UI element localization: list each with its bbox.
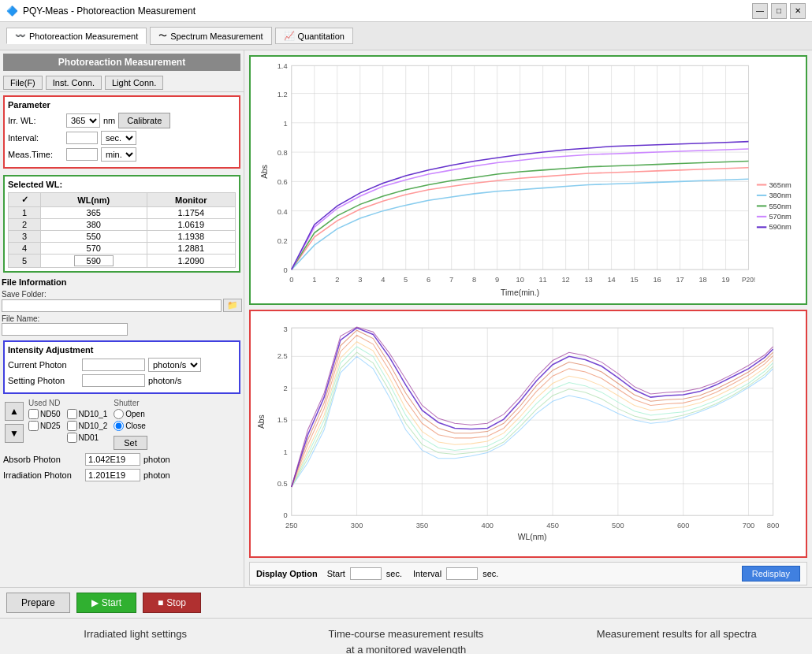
- wl-row-num: 4: [9, 243, 41, 255]
- svg-text:2: 2: [335, 276, 339, 284]
- svg-text:18: 18: [698, 276, 706, 284]
- app-icon: 🔷: [6, 6, 18, 17]
- svg-text:13: 13: [584, 276, 592, 284]
- wl-row-monitor: 1.1754: [147, 207, 235, 219]
- wl-row-monitor: 1.0619: [147, 219, 235, 231]
- svg-text:4: 4: [381, 276, 385, 284]
- redisplay-button[interactable]: Redisplay: [742, 566, 800, 582]
- folder-browse-button[interactable]: 📁: [223, 299, 242, 312]
- irr-wl-select[interactable]: 365 380: [66, 113, 100, 128]
- down-arrow-button[interactable]: ▼: [5, 424, 24, 443]
- wl-editable-input[interactable]: [74, 255, 114, 266]
- svg-text:1: 1: [283, 120, 287, 128]
- spectra-svg: 0 0.5 1 1.5 2 2.5 3 250 300 350 400 450 …: [251, 311, 806, 556]
- nd-col2: ND10_1 ND10_2 ND01: [67, 399, 108, 450]
- title-bar-left: 🔷 PQY-Meas - Photoreaction Measurement: [6, 6, 196, 17]
- bottom-label-2-text: Measurement results for all spectra: [597, 628, 757, 640]
- tab-bar: 〰️ Photoreaction Measurement 〜 Spectrum …: [0, 22, 812, 50]
- interval-unit-select[interactable]: sec. min.: [101, 131, 136, 145]
- photon-label: Irradiation Photon: [3, 470, 82, 480]
- meas-time-unit-select[interactable]: min. sec.: [101, 147, 136, 162]
- meas-time-input[interactable]: 20: [66, 148, 98, 161]
- close-label: Close: [125, 422, 146, 430]
- wl-table-row: 23801.0619: [9, 219, 236, 231]
- selected-wl-section: Selected WL: ✓ WL(nm) Monitor 13651.1754…: [3, 175, 240, 273]
- nd10-1-checkbox[interactable]: [67, 409, 77, 419]
- wl-row-monitor: 1.2881: [147, 243, 235, 255]
- svg-text:Time(min.): Time(min.): [501, 288, 539, 297]
- file-name-input[interactable]: photoreaction_catalog: [2, 323, 128, 336]
- panel-header: Photoreaction Measurement: [3, 54, 240, 71]
- svg-text:2.5: 2.5: [277, 352, 288, 360]
- svg-text:300: 300: [351, 521, 363, 529]
- selected-wl-title: Selected WL:: [8, 180, 236, 189]
- irr-wl-unit: nm: [103, 116, 115, 125]
- shutter-label: Shutter: [114, 399, 147, 407]
- calibrate-button[interactable]: Calibrate: [118, 113, 170, 128]
- tab-spectrum[interactable]: 〜 Spectrum Measurement: [150, 27, 271, 45]
- wl-col-wl: WL(nm): [41, 193, 147, 207]
- inst-conn-button[interactable]: Inst. Conn.: [46, 76, 102, 90]
- current-photon-unit[interactable]: photon/s: [148, 358, 201, 372]
- current-photon-input[interactable]: 1.002E16: [82, 359, 145, 371]
- svg-text:3: 3: [283, 325, 287, 333]
- svg-text:590nm: 590nm: [769, 223, 792, 231]
- close-button[interactable]: ✕: [790, 3, 806, 19]
- set-button[interactable]: Set: [114, 436, 147, 450]
- light-conn-button[interactable]: Light Conn.: [105, 76, 163, 90]
- svg-text:1.2: 1.2: [277, 91, 288, 98]
- parameter-section: Parameter Irr. WL: 365 380 nm Calibrate …: [3, 95, 240, 169]
- meas-time-label: Meas.Time:: [8, 150, 63, 159]
- nd25-checkbox[interactable]: [28, 421, 39, 431]
- up-arrow-button[interactable]: ▲: [5, 402, 24, 421]
- photoreaction-tab-icon: 〰️: [15, 31, 26, 41]
- wl-row-wl: 365: [41, 207, 147, 219]
- nd01-checkbox[interactable]: [67, 433, 77, 443]
- photon-value-input[interactable]: [85, 453, 140, 466]
- file-name-label: File Name:: [2, 314, 242, 323]
- stop-button[interactable]: ■ Stop: [143, 593, 201, 613]
- svg-text:0: 0: [283, 511, 287, 519]
- maximize-button[interactable]: □: [771, 3, 787, 19]
- svg-text:1.4: 1.4: [277, 62, 288, 70]
- photon-value-input[interactable]: [85, 469, 140, 481]
- svg-text:9: 9: [495, 276, 499, 284]
- svg-text:0.5: 0.5: [277, 480, 288, 488]
- photon-rows: Absorb Photon photonIrradiation Photon p…: [0, 451, 244, 483]
- file-menu-button[interactable]: File(F): [3, 76, 43, 90]
- svg-text:600: 600: [677, 521, 690, 529]
- nd-col: Used ND ND50 ND25: [28, 399, 61, 450]
- save-folder-input[interactable]: C:\SHIMADZUWPQY\Meas\Data: [2, 299, 222, 312]
- display-start-input[interactable]: 0: [350, 567, 382, 580]
- nd-shutter-area: Used ND ND50 ND25: [28, 399, 240, 450]
- title-bar-controls[interactable]: — □ ✕: [752, 3, 806, 19]
- tab-photoreaction[interactable]: 〰️ Photoreaction Measurement: [6, 28, 147, 44]
- svg-rect-65: [757, 205, 766, 206]
- nd10-2-label: ND10_2: [79, 422, 108, 430]
- svg-text:17: 17: [676, 276, 683, 284]
- prepare-button[interactable]: Prepare: [6, 593, 70, 613]
- interval-input[interactable]: 1: [66, 132, 98, 144]
- wl-row-num: 3: [9, 231, 41, 243]
- wl-table-row: 13651.1754: [9, 207, 236, 219]
- start-button[interactable]: ▶ Start: [76, 593, 136, 613]
- photon-row: Irradiation Photon photon: [0, 467, 244, 483]
- nd50-checkbox[interactable]: [28, 409, 39, 419]
- bottom-label-2: Measurement results for all spectra: [542, 626, 812, 642]
- wl-row-wl: 380: [41, 219, 147, 231]
- time-course-svg: 0 0.2 0.4 0.6 0.8 1 1.2 1.4 0 1 2 3 4 5 …: [251, 57, 806, 303]
- close-radio[interactable]: [114, 421, 124, 431]
- svg-text:380nm: 380nm: [769, 191, 792, 199]
- nd50-label: ND50: [40, 410, 61, 418]
- nd10-2-checkbox[interactable]: [67, 421, 77, 431]
- display-interval-input[interactable]: 60: [446, 567, 478, 580]
- svg-text:P20!: P20!: [742, 277, 755, 284]
- tab-quantitation[interactable]: 📈 Quantitation: [275, 28, 353, 44]
- wl-table-row: 51.2090: [9, 255, 236, 268]
- svg-text:365nm: 365nm: [769, 181, 792, 189]
- current-photon-label: Current Photon: [8, 360, 79, 370]
- setting-photon-input[interactable]: 1.000E16: [82, 374, 145, 387]
- minimize-button[interactable]: —: [752, 3, 768, 19]
- svg-text:1.5: 1.5: [277, 416, 288, 424]
- open-radio[interactable]: [114, 409, 124, 419]
